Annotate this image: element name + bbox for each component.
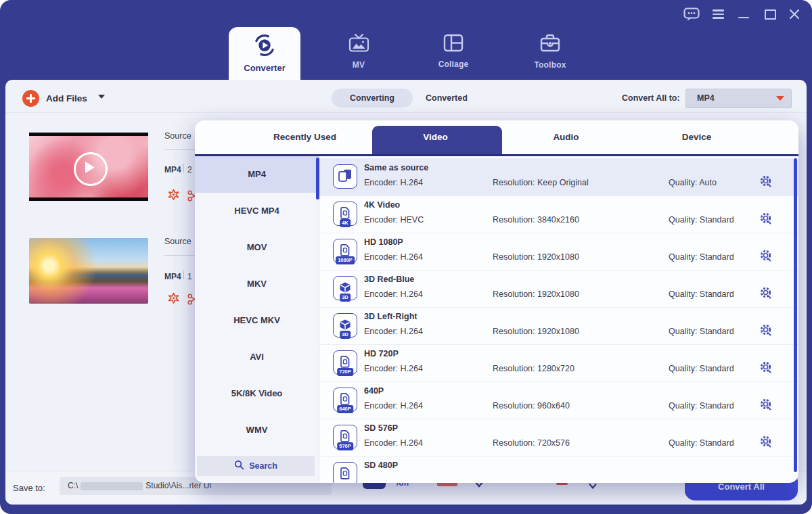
preset-quality: Quality: Standard xyxy=(669,327,734,336)
preset-row-same-as-source[interactable]: Same as source Encoder: H.264 Resolution… xyxy=(319,158,798,196)
sidebar-item-mov[interactable]: MOV xyxy=(195,229,319,266)
preset-row-640p[interactable]: 640P 640P Encoder: H.264 Resolution: 960… xyxy=(319,381,798,419)
preset-quality: Quality: Standard xyxy=(669,289,734,299)
video-file-icon: 640P xyxy=(333,388,357,412)
preset-row-3d-red-blue[interactable]: 3D 3D Red-Blue Encoder: H.264 Resolution… xyxy=(319,270,798,308)
divider xyxy=(183,164,184,172)
tab-audio[interactable]: Audio xyxy=(501,120,631,154)
settings-gear-icon[interactable] xyxy=(759,360,773,374)
tab-video[interactable]: Video xyxy=(370,120,501,154)
toolbar: Add Files Converting Converted Convert A… xyxy=(5,80,807,113)
tab-toolbox-label: Toolbox xyxy=(519,60,581,70)
preset-name: SD 576P xyxy=(364,423,398,433)
collage-icon xyxy=(422,34,484,55)
path-prefix: C:\ xyxy=(68,481,78,490)
feedback-icon[interactable] xyxy=(683,6,700,22)
format-badge: 720P xyxy=(337,368,353,376)
divider xyxy=(164,255,196,256)
minimize-icon[interactable] xyxy=(736,9,752,26)
preset-name: 3D Red-Blue xyxy=(364,275,414,284)
converting-toggle[interactable]: Converting xyxy=(332,89,413,108)
settings-gear-icon[interactable] xyxy=(759,174,773,188)
tab-device[interactable]: Device xyxy=(631,120,762,154)
output-format-value: MP4 xyxy=(697,93,715,103)
format-badge: 576P xyxy=(337,442,353,450)
file1-count: 2 xyxy=(187,165,192,174)
format-badge: 3D xyxy=(340,294,351,302)
preset-row-sd-576p[interactable]: 576P SD 576P Encoder: H.264 Resolution: … xyxy=(319,419,798,457)
format-badge: 4K xyxy=(340,219,351,227)
preset-resolution: Resolution: 1920x1080 xyxy=(493,327,579,336)
preset-resolution: Resolution: 960x640 xyxy=(493,401,570,411)
settings-gear-icon[interactable] xyxy=(759,398,773,411)
file2-source-label: Source xyxy=(164,237,191,246)
preset-encoder: Encoder: H.264 xyxy=(364,327,423,336)
settings-gear-icon[interactable] xyxy=(759,323,773,337)
same-as-source-icon xyxy=(333,164,357,189)
preset-quality: Quality: Standard xyxy=(669,438,734,448)
sidebar-item-wmv[interactable]: WMV xyxy=(195,412,319,448)
preset-row-hd-1080p[interactable]: 1080P HD 1080P Encoder: H.264 Resolution… xyxy=(319,233,798,271)
close-icon[interactable] xyxy=(786,6,803,22)
sidebar-item-mkv[interactable]: MKV xyxy=(195,266,319,302)
search-label: Search xyxy=(249,461,277,471)
tab-mv[interactable]: MV xyxy=(328,34,390,70)
play-icon[interactable] xyxy=(74,152,108,186)
video-thumbnail-1[interactable] xyxy=(29,133,148,201)
tab-converter[interactable]: Converter xyxy=(229,27,300,80)
video-file-icon: 576P xyxy=(333,425,357,449)
effect-star-icon[interactable] xyxy=(167,189,180,202)
file2-format: MP4 xyxy=(164,272,181,281)
effect-star-icon[interactable] xyxy=(167,292,180,305)
preset-row-4k-video[interactable]: 4K 4K Video Encoder: HEVC Resolution: 38… xyxy=(319,195,798,233)
preset-list-scrollbar[interactable] xyxy=(794,158,797,472)
3d-cube-icon: 3D xyxy=(333,276,357,300)
preset-name: HD 720P xyxy=(364,349,399,358)
add-files-label[interactable]: Add Files xyxy=(46,93,87,103)
search-button[interactable]: Search xyxy=(197,456,315,476)
tab-recently-used[interactable]: Recently Used xyxy=(240,120,370,154)
tab-collage[interactable]: Collage xyxy=(422,34,484,69)
divider xyxy=(183,271,184,279)
format-sidebar: MP4 HEVC MP4 MOV MKV HEVC MKV AVI 5K/8K … xyxy=(195,156,319,483)
maximize-icon[interactable] xyxy=(762,6,778,22)
sidebar-item-mp4[interactable]: MP4 xyxy=(195,156,319,193)
add-files-chevron-down-icon[interactable] xyxy=(98,95,105,99)
video-file-icon: 720P xyxy=(333,350,357,375)
preset-row-hd-720p[interactable]: 720P HD 720P Encoder: H.264 Resolution: … xyxy=(319,344,798,382)
preset-row-sd-480p[interactable]: SD 480P xyxy=(319,456,798,483)
settings-gear-icon[interactable] xyxy=(759,249,773,262)
preset-name: 3D Left-Right xyxy=(364,312,417,321)
preset-name: 640P xyxy=(364,386,384,396)
settings-gear-icon[interactable] xyxy=(759,286,773,300)
converted-toggle[interactable]: Converted xyxy=(426,93,468,103)
video-thumbnail-2[interactable] xyxy=(29,238,148,304)
preset-row-3d-left-right[interactable]: 3D 3D Left-Right Encoder: H.264 Resoluti… xyxy=(319,307,798,345)
preset-name: SD 480P xyxy=(364,461,398,470)
sidebar-item-avi[interactable]: AVI xyxy=(195,339,319,375)
preset-encoder: Encoder: H.264 xyxy=(364,364,423,373)
sidebar-item-hevc-mp4[interactable]: HEVC MP4 xyxy=(195,193,319,229)
preset-quality: Quality: Standard xyxy=(669,215,734,225)
settings-gear-icon[interactable] xyxy=(759,435,773,448)
preset-encoder: Encoder: H.264 xyxy=(364,438,423,448)
settings-gear-icon[interactable] xyxy=(759,212,773,225)
tab-toolbox[interactable]: Toolbox xyxy=(519,34,581,70)
tab-collage-label: Collage xyxy=(422,60,484,69)
preset-resolution: Resolution: Keep Original xyxy=(493,178,589,187)
toolbox-icon xyxy=(519,34,581,55)
video-file-icon xyxy=(333,462,357,483)
preset-resolution: Resolution: 1280x720 xyxy=(493,364,574,373)
format-panel: Recently Used Video Audio Device MP4 HEV… xyxy=(195,120,798,483)
output-format-select[interactable]: MP4 xyxy=(685,89,792,108)
preset-encoder: Encoder: H.264 xyxy=(364,252,423,262)
sidebar-item-hevc-mkv[interactable]: HEVC MKV xyxy=(195,302,319,339)
save-to-label: Save to: xyxy=(13,483,45,493)
menu-icon[interactable] xyxy=(710,6,726,22)
sidebar-scrollbar[interactable] xyxy=(316,158,319,200)
sidebar-item-5k8k[interactable]: 5K/8K Video xyxy=(195,375,319,412)
preset-encoder: Encoder: H.264 xyxy=(364,401,423,411)
preset-name: Same as source xyxy=(364,163,428,172)
file1-source-label: Source xyxy=(164,131,191,141)
add-files-icon[interactable] xyxy=(22,90,39,107)
